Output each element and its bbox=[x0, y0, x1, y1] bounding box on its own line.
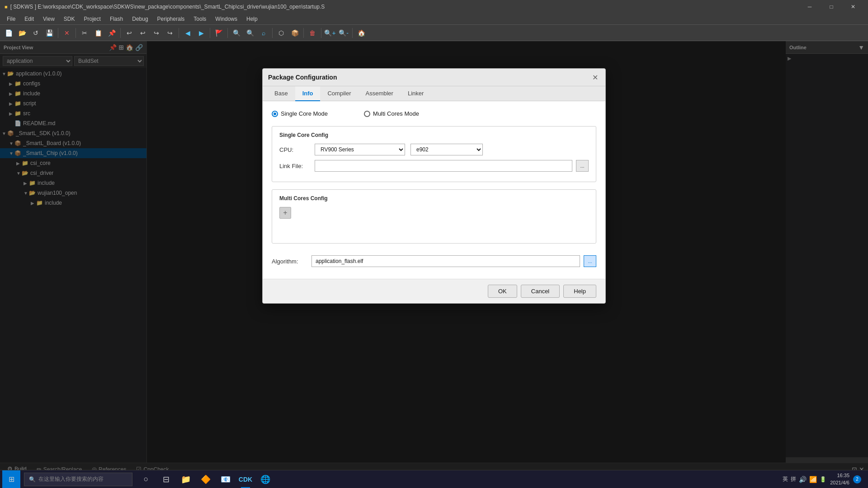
tab-assembler[interactable]: Assembler bbox=[358, 86, 400, 101]
tb-zoom-out[interactable]: 🔍- bbox=[337, 27, 350, 39]
algorithm-input[interactable] bbox=[311, 255, 580, 267]
taskbar-browser[interactable]: 🌐 bbox=[256, 470, 274, 488]
tb-cut[interactable]: ✂ bbox=[78, 27, 91, 39]
tb-component[interactable]: ⬡ bbox=[275, 27, 288, 39]
tb-redo2[interactable]: ↪ bbox=[164, 27, 176, 39]
toolbar: 📄 📂 ↺ 💾 ✕ ✂ 📋 📌 ↩ ↩ ↪ ↪ ◀ ▶ 🚩 🔍 🔍 ⌕ ⬡ 📦 … bbox=[0, 25, 868, 41]
tb-delete[interactable]: 🗑 bbox=[306, 27, 319, 39]
cpu-series-select[interactable]: RV900 Series bbox=[315, 144, 405, 155]
tb-home[interactable]: 🏠 bbox=[355, 27, 368, 39]
start-button[interactable]: ⊞ bbox=[2, 470, 20, 488]
taskbar-cdk[interactable]: CDK bbox=[236, 470, 255, 488]
clock[interactable]: 16:35 2021/4/6 bbox=[830, 472, 849, 486]
sep7 bbox=[272, 28, 273, 38]
menu-debug[interactable]: Debug bbox=[127, 14, 152, 23]
tb-package[interactable]: 📦 bbox=[288, 27, 301, 39]
tab-linker[interactable]: Linker bbox=[401, 86, 431, 101]
multi-core-radio[interactable] bbox=[364, 111, 370, 117]
taskbar-cortana[interactable]: ○ bbox=[137, 470, 155, 488]
tb-undo[interactable]: ↩ bbox=[123, 27, 136, 39]
clock-time: 16:35 bbox=[830, 472, 849, 479]
notification-badge[interactable]: 2 bbox=[853, 475, 861, 483]
tb-prev[interactable]: ◀ bbox=[181, 27, 194, 39]
lang-icon[interactable]: 英 bbox=[783, 475, 788, 483]
sep5 bbox=[210, 28, 210, 38]
dialog-titlebar: Package Configuration ✕ bbox=[263, 69, 605, 86]
cancel-button[interactable]: Cancel bbox=[521, 285, 560, 298]
menu-tools[interactable]: Tools bbox=[189, 14, 211, 23]
menu-flash[interactable]: Flash bbox=[105, 14, 127, 23]
link-file-browse-button[interactable]: ... bbox=[576, 160, 589, 172]
menu-windows[interactable]: Windows bbox=[211, 14, 242, 23]
tb-search2[interactable]: 🔍 bbox=[244, 27, 256, 39]
tb-zoom-in[interactable]: 🔍+ bbox=[324, 27, 336, 39]
tab-info[interactable]: Info bbox=[295, 86, 321, 101]
battery-icon[interactable]: 🔋 bbox=[820, 476, 826, 483]
clock-date: 2021/4/6 bbox=[830, 479, 849, 486]
single-core-radio[interactable] bbox=[272, 111, 278, 117]
menu-peripherals[interactable]: Peripherals bbox=[153, 14, 189, 23]
cpu-model-select-wrapper: e902 bbox=[410, 144, 483, 155]
window-title: [ SDKWS ] E:\workspace\CDK_workspace\SDK… bbox=[10, 4, 799, 10]
dialog-title: Package Configuration bbox=[268, 74, 337, 81]
sep1 bbox=[58, 28, 58, 38]
single-core-config: Single Core Config CPU: RV900 Series e90… bbox=[272, 126, 596, 182]
package-config-dialog: Package Configuration ✕ Base Info Compil… bbox=[262, 68, 606, 304]
tb-bookmark[interactable]: 🚩 bbox=[212, 27, 225, 39]
menu-help[interactable]: Help bbox=[242, 14, 262, 23]
tb-close[interactable]: ✕ bbox=[61, 27, 73, 39]
dialog-close-button[interactable]: ✕ bbox=[590, 72, 600, 82]
single-core-option[interactable]: Single Core Mode bbox=[272, 110, 328, 117]
taskbar-search[interactable]: 🔍 在这里输入你要搜索的内容 bbox=[24, 473, 132, 486]
multi-core-option[interactable]: Multi Cores Mode bbox=[364, 110, 419, 117]
tb-save[interactable]: 💾 bbox=[43, 27, 56, 39]
taskbar-explorer[interactable]: 📁 bbox=[177, 470, 195, 488]
tb-paste[interactable]: 📌 bbox=[105, 27, 118, 39]
core-mode-selection: Single Core Mode Multi Cores Mode bbox=[272, 110, 596, 117]
cpu-series-select-wrapper: RV900 Series bbox=[315, 144, 405, 155]
ime-icon[interactable]: 拼 bbox=[791, 475, 796, 483]
network-icon[interactable]: 📶 bbox=[809, 476, 817, 483]
menu-view[interactable]: View bbox=[38, 14, 59, 23]
tb-undo2[interactable]: ↩ bbox=[137, 27, 149, 39]
tb-new[interactable]: 📄 bbox=[2, 27, 15, 39]
tb-search[interactable]: 🔍 bbox=[230, 27, 243, 39]
multi-core-label: Multi Cores Mode bbox=[373, 110, 419, 117]
help-button[interactable]: Help bbox=[563, 285, 596, 298]
multi-cores-title: Multi Cores Config bbox=[279, 195, 589, 202]
minimize-button[interactable]: ─ bbox=[799, 0, 820, 14]
menu-sdk[interactable]: SDK bbox=[59, 14, 80, 23]
close-button[interactable]: ✕ bbox=[843, 0, 863, 14]
maximize-button[interactable]: □ bbox=[821, 0, 842, 14]
window-controls: ─ □ ✕ bbox=[799, 0, 863, 14]
taskbar-email[interactable]: 📧 bbox=[217, 470, 235, 488]
link-file-row: Link File: ... bbox=[279, 160, 589, 172]
algorithm-label: Algorithm: bbox=[272, 258, 308, 265]
cpu-model-select[interactable]: e902 bbox=[410, 144, 483, 155]
dialog-tabs: Base Info Compiler Assembler Linker bbox=[263, 86, 605, 101]
menu-project[interactable]: Project bbox=[80, 14, 105, 23]
taskbar-taskview[interactable]: ⊟ bbox=[157, 470, 175, 488]
tab-compiler[interactable]: Compiler bbox=[320, 86, 358, 101]
algorithm-browse-button[interactable]: ... bbox=[584, 255, 596, 267]
sep3 bbox=[120, 28, 121, 38]
taskbar: ⊞ 🔍 在这里输入你要搜索的内容 ○ ⊟ 📁 🔶 📧 CDK 🌐 英 拼 🔊 📶… bbox=[0, 470, 868, 488]
link-file-input[interactable] bbox=[315, 160, 572, 172]
menu-file[interactable]: File bbox=[2, 14, 20, 23]
tb-next[interactable]: ▶ bbox=[195, 27, 208, 39]
ok-button[interactable]: OK bbox=[488, 285, 517, 298]
tb-copy[interactable]: 📋 bbox=[92, 27, 104, 39]
single-core-label: Single Core Mode bbox=[281, 110, 328, 117]
tb-redo[interactable]: ↪ bbox=[150, 27, 163, 39]
menu-edit[interactable]: Edit bbox=[20, 14, 38, 23]
dialog-footer: OK Cancel Help bbox=[263, 279, 605, 303]
taskbar-app1[interactable]: 🔶 bbox=[197, 470, 215, 488]
tb-open[interactable]: 📂 bbox=[16, 27, 28, 39]
search-placeholder: 在这里输入你要搜索的内容 bbox=[38, 475, 104, 483]
taskbar-right: 英 拼 🔊 📶 🔋 16:35 2021/4/6 2 bbox=[783, 472, 866, 486]
tb-refresh[interactable]: ↺ bbox=[29, 27, 42, 39]
tb-find[interactable]: ⌕ bbox=[257, 27, 270, 39]
volume-icon[interactable]: 🔊 bbox=[799, 476, 807, 483]
add-core-button[interactable]: + bbox=[279, 207, 291, 219]
tab-base[interactable]: Base bbox=[267, 86, 295, 101]
